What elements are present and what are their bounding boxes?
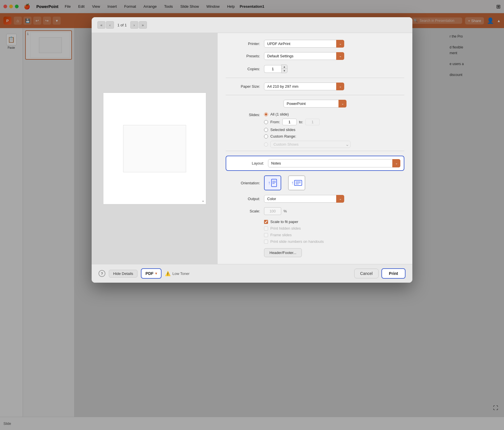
- hide-details-button[interactable]: Hide Details: [109, 270, 137, 277]
- cancel-button[interactable]: Cancel: [354, 269, 379, 278]
- output-select[interactable]: Color Black and White Grayscale: [264, 195, 344, 203]
- printer-select[interactable]: UPDF AirPrint: [264, 40, 344, 48]
- scale-label: Scale:: [226, 209, 260, 213]
- copies-label: Copies:: [226, 67, 260, 71]
- orientation-label: Orientation:: [226, 181, 260, 185]
- layout-label: Layout:: [230, 161, 264, 165]
- slides-selected-label: Selected slides: [270, 128, 295, 132]
- slides-from-input[interactable]: [282, 119, 297, 125]
- scale-control: %: [264, 207, 404, 215]
- slide-nav-group-2: › »: [130, 21, 147, 29]
- portrait-orientation-button[interactable]: ↑: [264, 175, 281, 190]
- copies-input[interactable]: 1: [264, 65, 281, 73]
- presets-select[interactable]: Default Settings: [264, 52, 344, 60]
- low-toner-label: Low Toner: [172, 271, 190, 276]
- copies-increment-button[interactable]: ▲: [281, 65, 287, 69]
- powerpoint-section: PowerPoint ⌄: [226, 100, 404, 108]
- scale-to-fit-row: Scale to fit paper: [264, 220, 404, 224]
- slides-all-row: All (1 slide): [264, 112, 351, 116]
- landscape-orientation-button[interactable]: ↑: [288, 175, 305, 190]
- low-toner-warning: ⚠️ Low Toner: [165, 271, 190, 276]
- slides-to-sep: to:: [299, 120, 303, 124]
- next-slide-button[interactable]: ›: [130, 21, 138, 29]
- pdf-label: PDF: [145, 271, 153, 276]
- frame-slides-checkbox: [264, 233, 268, 237]
- copies-decrement-button[interactable]: ▼: [281, 69, 287, 73]
- landscape-page-icon: [294, 180, 302, 186]
- layout-select[interactable]: Notes Slides Handouts (1 slide per page)…: [268, 159, 400, 167]
- dialog-slide-preview: [103, 93, 206, 204]
- first-slide-button[interactable]: «: [97, 21, 105, 29]
- pdf-dropdown-arrow-icon: ▾: [155, 271, 157, 275]
- prev-slide-button[interactable]: ‹: [106, 21, 114, 29]
- slide-count: 1 of 1: [117, 23, 127, 27]
- output-row: Output: Color Black and White Grayscale …: [226, 195, 404, 203]
- last-slide-button[interactable]: »: [139, 21, 147, 29]
- slides-label: Slides:: [226, 112, 260, 117]
- orientation-control: ↑ ↑: [264, 175, 404, 190]
- slides-custom-shows-radio: [264, 142, 268, 146]
- frame-slides-row: Frame slides: [264, 233, 404, 237]
- slides-custom-radio[interactable]: [264, 134, 268, 138]
- warning-icon: ⚠️: [165, 271, 171, 276]
- dialog-overlay: « ‹ 1 of 1 › » Printer:: [0, 0, 504, 430]
- printer-control: UPDF AirPrint ⌄: [264, 40, 404, 48]
- dialog-body: Printer: UPDF AirPrint ⌄ Presets:: [92, 33, 412, 264]
- slides-to-input[interactable]: [305, 119, 320, 125]
- copies-row: Copies: 1 ▲ ▼: [226, 64, 404, 73]
- print-button[interactable]: Print: [381, 268, 405, 279]
- print-numbers-label: Print slide numbers on handouts: [270, 239, 324, 244]
- help-button[interactable]: ?: [99, 270, 105, 277]
- portrait-page-icon: [271, 179, 277, 187]
- powerpoint-select-wrapper: PowerPoint ⌄: [284, 100, 346, 108]
- print-numbers-row: Print slide numbers on handouts: [264, 239, 404, 244]
- slide-nav-group: « ‹: [97, 21, 114, 29]
- slides-from-radio[interactable]: [264, 120, 268, 124]
- slides-custom-range-label: Custom Range:: [270, 134, 296, 138]
- paper-size-select[interactable]: A4 210 by 297 mm: [264, 83, 344, 90]
- dialog-slide-dot: [202, 201, 204, 202]
- slides-options: All (1 slide) From: to:: [264, 112, 351, 148]
- slides-row: Slides: All (1 slide) From: to:: [226, 112, 404, 148]
- custom-shows-select-wrapper: Custom Shows ⌄: [270, 141, 351, 148]
- print-numbers-checkbox: [264, 240, 268, 244]
- svg-rect-0: [271, 179, 277, 187]
- dialog-options: Printer: UPDF AirPrint ⌄ Presets:: [218, 33, 412, 264]
- scale-percent-label: %: [284, 209, 287, 213]
- slides-selected-radio[interactable]: [264, 128, 268, 132]
- dialog-footer-right: Cancel Print: [354, 268, 405, 279]
- divider-3: [226, 151, 404, 151]
- slides-from-label: From:: [270, 120, 280, 124]
- slides-from-row: From: to:: [264, 119, 351, 125]
- paper-size-label: Paper Size:: [226, 84, 260, 89]
- header-footer-button[interactable]: Header/Footer...: [264, 248, 302, 257]
- divider-1: [226, 78, 404, 78]
- portrait-arrow-icon: ↑: [268, 180, 270, 185]
- paper-size-row: Paper Size: A4 210 by 297 mm ⌄: [226, 83, 404, 90]
- printer-label: Printer:: [226, 42, 260, 46]
- orientation-row: Orientation: ↑: [226, 175, 404, 190]
- scale-to-fit-label: Scale to fit paper: [270, 220, 298, 224]
- layout-select-wrapper: Notes Slides Handouts (1 slide per page)…: [268, 159, 400, 167]
- slides-custom-shows-row: Custom Shows ⌄: [264, 141, 351, 148]
- powerpoint-select[interactable]: PowerPoint: [284, 100, 346, 108]
- copies-control: 1 ▲ ▼: [264, 64, 404, 73]
- slides-all-radio[interactable]: [264, 112, 268, 116]
- scale-to-fit-checkbox[interactable]: [264, 220, 268, 224]
- presets-control: Default Settings ⌄: [264, 52, 404, 60]
- presets-label: Presets:: [226, 54, 260, 58]
- landscape-icon: ↑: [291, 180, 302, 186]
- slides-all-label: All (1 slide): [270, 112, 289, 116]
- output-select-wrapper: Color Black and White Grayscale ⌄: [264, 195, 344, 203]
- print-hidden-checkbox: [264, 226, 268, 230]
- dialog-footer: ? Hide Details PDF ▾ ⚠️ Low Toner Cancel…: [92, 264, 412, 283]
- print-dialog: « ‹ 1 of 1 › » Printer:: [92, 17, 412, 283]
- paper-size-select-wrapper: A4 210 by 297 mm ⌄: [264, 83, 344, 90]
- print-hidden-label: Print hidden slides: [270, 226, 301, 230]
- print-hidden-row: Print hidden slides: [264, 226, 404, 230]
- frame-slides-label: Frame slides: [270, 233, 292, 237]
- slides-selected-row: Selected slides: [264, 128, 351, 132]
- presets-row: Presets: Default Settings ⌄: [226, 52, 404, 60]
- pdf-button[interactable]: PDF ▾: [141, 268, 162, 279]
- presets-select-wrapper: Default Settings ⌄: [264, 52, 344, 60]
